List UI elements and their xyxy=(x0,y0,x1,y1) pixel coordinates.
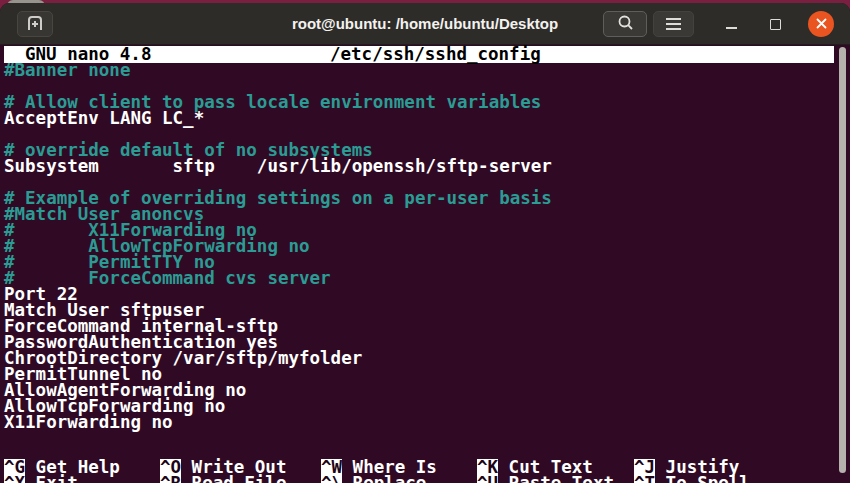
shortcut-label: Read File xyxy=(181,473,286,483)
square-icon xyxy=(770,19,781,30)
shortcut-key: ^R xyxy=(160,475,181,483)
shortcut-key: ^U xyxy=(477,475,498,483)
shortcut-label: Replace xyxy=(342,473,426,483)
shortcut-key: ^T xyxy=(634,475,655,483)
shortcut-exit: ^X Exit xyxy=(4,475,78,483)
search-button[interactable] xyxy=(603,11,647,37)
shortcut-label: Paste Text xyxy=(498,473,614,483)
shortcut-to-spell: ^T To Spell xyxy=(634,475,750,483)
shortcut-read-file: ^R Read File xyxy=(160,475,286,483)
shortcut-key: ^X xyxy=(4,475,25,483)
close-button[interactable] xyxy=(808,11,834,37)
terminal-lines: #Banner none# Allow client to pass local… xyxy=(4,62,834,430)
nano-shortcut-row-2: ^X Exit^R Read File^\ Replace^U Paste Te… xyxy=(0,475,850,483)
menu-button[interactable] xyxy=(653,11,694,37)
shortcut-label: Exit xyxy=(25,473,78,483)
minus-icon xyxy=(726,27,737,29)
shortcut-key: ^\ xyxy=(321,475,342,483)
shortcut-label: To Spell xyxy=(655,473,750,483)
terminal-line: # ForceCommand cvs server xyxy=(4,270,834,286)
terminal-line: X11Forwarding no xyxy=(4,414,834,430)
terminal[interactable]: GNU nano 4.8 /etc/ssh/sshd_config #Banne… xyxy=(0,45,850,482)
nano-filename: /etc/ssh/sshd_config xyxy=(330,46,541,62)
scrollbar[interactable] xyxy=(839,47,846,473)
hamburger-icon xyxy=(666,18,681,30)
terminal-line: AcceptEnv LANG LC_* xyxy=(4,110,834,126)
terminal-line: #Banner none xyxy=(4,62,834,78)
tab-plus-icon xyxy=(26,14,44,35)
magnifier-icon xyxy=(617,14,634,35)
x-icon xyxy=(816,15,827,33)
new-tab-button[interactable] xyxy=(17,11,53,37)
shortcut-replace: ^\ Replace xyxy=(321,475,426,483)
terminal-window: root@ubuntu: /home/ubuntu/Desktop xyxy=(0,3,850,483)
maximize-button[interactable] xyxy=(762,11,788,37)
titlebar[interactable]: root@ubuntu: /home/ubuntu/Desktop xyxy=(0,3,850,45)
terminal-line: Subsystem sftp /usr/lib/openssh/sftp-ser… xyxy=(4,158,834,174)
minimize-button[interactable] xyxy=(718,11,744,37)
shortcut-paste-text: ^U Paste Text xyxy=(477,475,614,483)
